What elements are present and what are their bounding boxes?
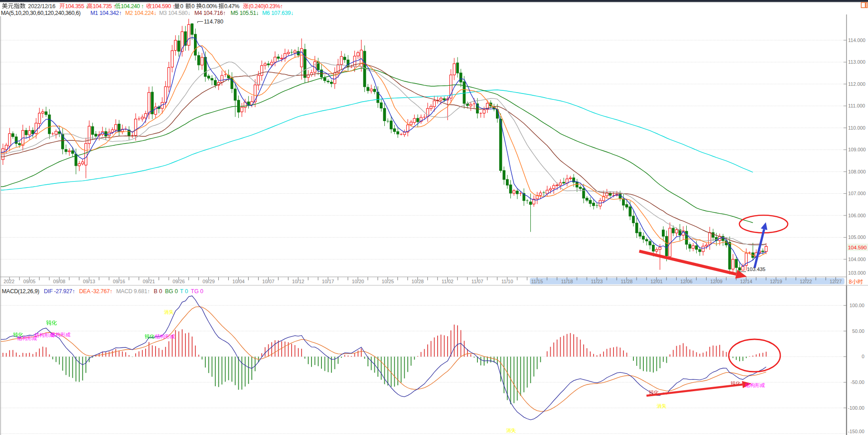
svg-text:105.000: 105.000 [848,234,866,240]
svg-text:0: 0 [192,3,195,9]
svg-text:12/01: 12/01 [651,279,663,284]
svg-text:11/02: 11/02 [442,279,453,284]
svg-text:114.780: 114.780 [204,19,223,25]
svg-text:100.00: 100.00 [849,303,864,308]
svg-text:10/17: 10/17 [322,279,334,284]
svg-text:114.000: 114.000 [848,37,865,43]
svg-text:09/21: 09/21 [143,279,155,284]
svg-text:DIF -27.927↑: DIF -27.927↑ [44,288,75,295]
svg-text:↑: ↑ [280,3,283,9]
svg-text:104.240: 104.240 [121,3,140,9]
svg-text:09/05: 09/05 [23,279,35,284]
svg-text:09/13: 09/13 [83,279,95,284]
svg-text:DEA -32.767↑: DEA -32.767↑ [79,288,113,295]
svg-text:12/19: 12/19 [770,279,782,284]
svg-text:2022/12/16: 2022/12/16 [28,3,56,9]
svg-text:0: 0 [180,3,184,9]
svg-text:↑: ↑ [141,3,144,9]
svg-text:11/18: 11/18 [561,279,573,284]
svg-text:-150.00: -150.00 [848,429,864,434]
svg-text:107.000: 107.000 [848,191,866,196]
svg-text:104.000: 104.000 [848,257,866,262]
svg-text:11/07: 11/07 [472,279,483,284]
svg-text:110.000: 110.000 [848,125,865,131]
svg-text:-100.00: -100.00 [848,405,864,411]
svg-text:TG 0: TG 0 [191,288,203,295]
svg-text:10/04: 10/04 [232,279,245,284]
svg-text:09/08: 09/08 [53,279,66,284]
svg-text:M6 107.639↓: M6 107.639↓ [262,10,293,16]
svg-text:11/10: 11/10 [501,279,513,284]
svg-text:11/15: 11/15 [531,279,543,284]
svg-text:11/23: 11/23 [591,279,603,284]
svg-text:12/27: 12/27 [830,279,842,284]
svg-text:2022: 2022 [4,279,14,284]
svg-text:112.000: 112.000 [848,81,865,87]
svg-text:103.000: 103.000 [848,270,866,276]
svg-text:↑: ↑ [113,3,116,9]
svg-text:113.000: 113.000 [848,59,865,65]
svg-text:0.47%: 0.47% [224,3,240,9]
svg-text:10/25: 10/25 [382,279,394,284]
svg-text:09/26: 09/26 [173,279,185,284]
svg-text:10/07: 10/07 [262,279,274,284]
svg-text:12/22: 12/22 [800,279,812,284]
svg-text:(0.240)0.23%: (0.240)0.23% [249,3,280,9]
svg-text:M2 104.224↓: M2 104.224↓ [125,10,156,16]
svg-text:-50.00: -50.00 [850,379,864,385]
svg-text:09/16: 09/16 [113,279,125,284]
svg-text:12/09: 12/09 [710,279,722,284]
svg-text:104.590: 104.590 [848,244,867,251]
svg-text:M4 104.716↑: M4 104.716↑ [194,10,226,16]
svg-text:104.735: 104.735 [93,3,112,9]
svg-text:MACD(12,26,9): MACD(12,26,9) [2,288,39,295]
svg-text:MA(5,10,20,30,60,120,240,360,6: MA(5,10,20,30,60,120,240,360,6) [1,10,80,16]
svg-text:50.00: 50.00 [852,328,864,334]
svg-text:T 0: T 0 [180,288,188,295]
svg-text:M1 104.342↑: M1 104.342↑ [90,10,122,16]
svg-text:M5 105.51↓: M5 105.51↓ [231,10,259,16]
svg-text:B 0: B 0 [154,288,162,295]
svg-text:10/20: 10/20 [352,279,364,284]
svg-text:12/06: 12/06 [680,279,693,284]
svg-text:12/14: 12/14 [740,279,752,284]
svg-text:108.000: 108.000 [848,169,866,174]
svg-text:8: 8 [849,279,852,285]
svg-text:104.355: 104.355 [65,3,85,9]
svg-text:109.000: 109.000 [848,147,866,152]
svg-text:10/28: 10/28 [411,279,424,284]
svg-text:↑: ↑ [172,3,175,9]
svg-text:103.435: 103.435 [747,267,765,272]
svg-text:10/12: 10/12 [292,279,304,284]
svg-text:MACD 9.681↑: MACD 9.681↑ [116,288,150,295]
svg-text:0: 0 [862,354,864,359]
svg-text:11/28: 11/28 [621,279,632,284]
svg-text:111.000: 111.000 [848,103,865,108]
svg-text:104.590: 104.590 [152,3,171,9]
svg-text:106.000: 106.000 [848,213,866,218]
svg-text:BG 0: BG 0 [165,288,178,295]
svg-text:0.00%: 0.00% [202,3,217,9]
svg-text:M3 104.580↓: M3 104.580↓ [159,10,190,16]
svg-text:09/29: 09/29 [203,279,215,284]
